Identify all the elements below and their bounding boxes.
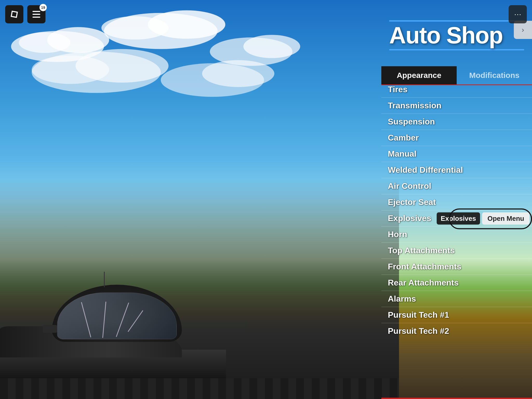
menu-item-air-control[interactable]: Air Control [381,178,532,194]
bottom-grille [0,378,399,399]
menu-item-camber[interactable]: Camber [381,130,532,146]
menu-item-suspension[interactable]: Suspension [381,114,532,130]
side-mirror [43,325,57,333]
bottom-red-line [381,398,532,399]
menu-item-pursuit-tech-1[interactable]: Pursuit Tech #1 [381,307,532,323]
menu-item-alarms[interactable]: Alarms [381,291,532,307]
more-options-icon: ⋯ [514,10,521,19]
menu-item-ejector-seat[interactable]: Ejector Seat [381,194,532,210]
tabs-area: Appearance Modifications [381,66,532,85]
tab-appearance-label: Appearance [397,71,441,79]
right-panel: Auto Shop › Appearance Modifications Tir… [381,0,532,399]
menu-item-tires[interactable]: Tires [381,83,532,98]
menu-item-top-attachments[interactable]: Top Attachments [381,243,532,259]
notification-icon[interactable]: 19 [27,5,45,23]
menu-item-horn[interactable]: Horn [381,227,532,243]
car-body [0,280,273,383]
menu-item-explosives[interactable]: Explosives Explosives Open Menu [381,210,532,227]
more-options-button[interactable]: ⋯ [509,5,527,23]
menu-item-rear-attachments-label: Rear Attachments [388,278,459,288]
nav-arrow-icon: › [522,26,524,34]
tab-modifications-label: Modifications [469,71,519,79]
menu-item-horn-label: Horn [388,230,407,239]
menu-item-tires-label: Tires [388,85,408,94]
notification-badge: 19 [39,4,47,11]
menu-item-pursuit-tech-1-label: Pursuit Tech #1 [388,310,449,320]
tab-appearance[interactable]: Appearance [381,66,457,84]
menu-item-manual-label: Manual [388,149,416,159]
menu-list: Tires Transmission Suspension Camber Man… [381,83,532,339]
menu-item-welded-differential-label: Welded Differential [388,165,463,175]
nav-arrow-button[interactable]: › [514,21,532,39]
top-left-ui: 19 [5,5,45,23]
svg-rect-16 [32,14,40,15]
menu-item-pursuit-tech-2[interactable]: Pursuit Tech #2 [381,323,532,339]
menu-item-suspension-label: Suspension [388,117,435,127]
menu-item-front-attachments[interactable]: Front Attachments [381,259,532,275]
open-menu-button[interactable]: Open Menu [482,212,529,224]
tab-modifications[interactable]: Modifications [457,66,532,84]
menu-item-ejector-seat-label: Ejector Seat [388,197,436,207]
menu-item-air-control-label: Air Control [388,181,431,191]
roblox-icon[interactable] [5,5,23,23]
menu-item-manual[interactable]: Manual [381,146,532,162]
menu-item-top-attachments-label: Top Attachments [388,246,455,255]
menu-item-explosives-label: Explosives [388,214,431,223]
title-bottom-line [389,49,524,50]
menu-item-camber-label: Camber [388,133,419,143]
menu-item-alarms-label: Alarms [388,294,416,304]
menu-item-transmission-label: Transmission [388,101,441,110]
svg-rect-15 [32,11,40,12]
tooltip-item-label: Explosives [437,212,480,224]
car-windshield [57,292,177,339]
menu-item-rear-attachments[interactable]: Rear Attachments [381,275,532,291]
menu-item-welded-differential[interactable]: Welded Differential [381,162,532,178]
shop-title: Auto Shop [389,24,524,47]
menu-item-front-attachments-label: Front Attachments [388,262,461,271]
menu-item-transmission[interactable]: Transmission [381,98,532,114]
menu-item-pursuit-tech-2-label: Pursuit Tech #2 [388,326,449,336]
antenna [104,272,105,287]
explosives-tooltip: Explosives Open Menu [437,212,529,224]
title-top-line [389,20,524,22]
svg-rect-17 [32,17,40,18]
svg-rect-14 [12,12,17,17]
